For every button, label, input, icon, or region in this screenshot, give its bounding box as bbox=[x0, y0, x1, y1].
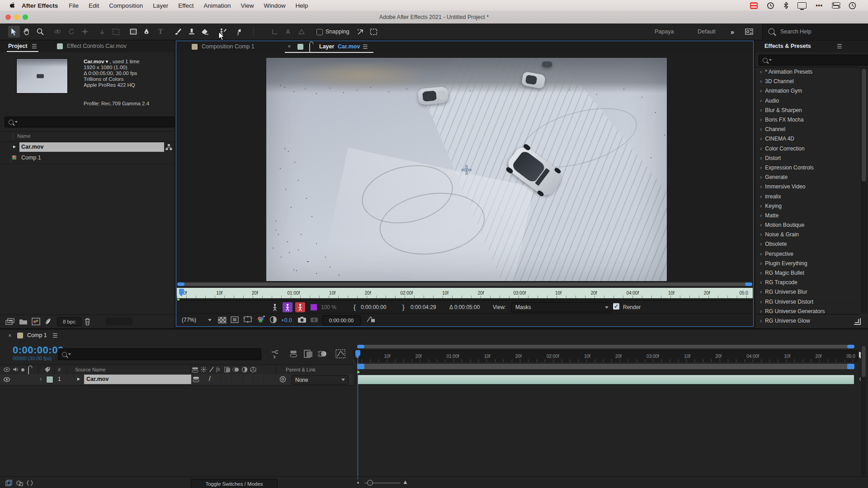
effects-category[interactable]: ›Obsolete bbox=[755, 239, 860, 249]
project-panel-menu-icon[interactable]: ☰ bbox=[32, 43, 37, 50]
parent-link-dropdown[interactable]: None bbox=[292, 375, 349, 385]
effects-category[interactable]: ›Immersive Video bbox=[755, 182, 860, 192]
panel-resize-grip-icon[interactable] bbox=[854, 318, 861, 325]
overlay-opacity-value[interactable]: 100 % bbox=[321, 304, 336, 310]
render-checkbox[interactable]: ✓ bbox=[613, 303, 619, 310]
zoom-in-mountain-icon[interactable]: ▲ bbox=[402, 479, 408, 485]
timeline-zoom-slider-handle[interactable] bbox=[367, 480, 373, 486]
channel-icon[interactable] bbox=[257, 316, 265, 324]
world-axis-mode[interactable]: A bbox=[282, 26, 294, 38]
close-timeline-tab-icon[interactable]: × bbox=[8, 332, 12, 339]
workspace-papaya[interactable]: Papaya bbox=[655, 28, 674, 35]
screen-record-status-icon[interactable] bbox=[750, 2, 758, 9]
viewer-panel-menu-icon[interactable]: ☰ bbox=[363, 43, 368, 50]
tab-layer-prefix[interactable]: Layer bbox=[319, 43, 334, 50]
name-column-header[interactable]: Name bbox=[17, 133, 30, 139]
effects-category[interactable]: ›Distort bbox=[755, 154, 860, 163]
trash-icon[interactable] bbox=[84, 318, 91, 325]
transparency-grid-icon[interactable] bbox=[218, 317, 226, 324]
current-time-display[interactable]: 0:00:00:00 bbox=[322, 315, 361, 325]
show-snapshot-icon[interactable] bbox=[310, 316, 318, 323]
safe-margins-icon[interactable] bbox=[231, 316, 239, 323]
zoom-window-button[interactable] bbox=[23, 14, 28, 20]
toggle-switches-modes-button[interactable]: Toggle Switches / Modes bbox=[191, 479, 278, 488]
effects-category[interactable]: ›RG Trapcode bbox=[755, 278, 860, 287]
solo-column-icon[interactable] bbox=[21, 368, 24, 371]
expand-layer-switches-icon[interactable] bbox=[5, 480, 13, 486]
menu-edit[interactable]: Edit bbox=[84, 2, 104, 9]
parent-pickwhip-icon[interactable] bbox=[279, 376, 286, 383]
out-point-timecode[interactable]: 0:00:04:29 bbox=[410, 304, 436, 310]
pan-behind-tool[interactable] bbox=[79, 26, 91, 38]
more-status-icon[interactable]: ••• bbox=[816, 2, 823, 9]
zoom-out-mountain-icon[interactable]: ▲ bbox=[356, 480, 360, 484]
tab-project[interactable]: Project bbox=[8, 43, 27, 49]
project-row-label[interactable]: Car.mov bbox=[19, 142, 164, 152]
effects-category[interactable]: ›Audio bbox=[755, 96, 860, 106]
effects-category[interactable]: ›RG Universe Distort bbox=[755, 297, 860, 307]
project-search-input[interactable] bbox=[5, 117, 175, 127]
workspace-default[interactable]: Default bbox=[698, 28, 716, 35]
region-of-interest-tool[interactable] bbox=[110, 26, 122, 38]
timeline-panel-menu-icon[interactable]: ☰ bbox=[52, 332, 58, 339]
selection-tool[interactable] bbox=[8, 26, 20, 38]
view-axis-mode[interactable] bbox=[296, 26, 307, 38]
close-window-button[interactable] bbox=[5, 14, 11, 20]
timeline-navigator[interactable] bbox=[357, 345, 854, 348]
effects-category[interactable]: ›Matte bbox=[755, 211, 860, 221]
snapshot-camera-icon[interactable] bbox=[297, 316, 307, 323]
tab-layer-name[interactable]: Car.mov bbox=[338, 43, 360, 50]
apple-menu-icon[interactable] bbox=[9, 2, 16, 9]
magnification-value[interactable]: (77%) bbox=[182, 317, 196, 323]
display-status-icon[interactable] bbox=[797, 2, 807, 9]
video-column-eye-icon[interactable] bbox=[4, 367, 10, 372]
work-area-bar[interactable] bbox=[357, 364, 854, 369]
effects-category[interactable]: ›Noise & Grain bbox=[755, 230, 860, 239]
menu-composition[interactable]: Composition bbox=[104, 2, 148, 9]
expand-in-out-panes-icon[interactable] bbox=[26, 480, 33, 486]
time-machine-status-icon[interactable] bbox=[767, 2, 774, 9]
motion-blur-icon[interactable] bbox=[317, 349, 327, 358]
effects-category[interactable]: ›RG Universe Blur bbox=[755, 287, 860, 297]
project-row-carmov[interactable]: Car.mov bbox=[0, 142, 174, 153]
view-dropdown[interactable]: Masks bbox=[511, 302, 613, 312]
work-area-start-handle[interactable] bbox=[357, 364, 364, 369]
exposure-icon[interactable] bbox=[269, 316, 277, 324]
snapping-checkbox[interactable] bbox=[316, 29, 323, 35]
orbit-camera-tool[interactable] bbox=[52, 26, 63, 38]
timeline-current-time[interactable]: 0:00:00:00 bbox=[13, 344, 64, 356]
search-help-field[interactable]: Search Help bbox=[762, 23, 868, 39]
pen-tool[interactable] bbox=[141, 26, 152, 38]
local-axis-mode[interactable] bbox=[269, 26, 281, 38]
timeline-vertical-scrollbar[interactable] bbox=[861, 345, 866, 476]
new-folder-icon[interactable] bbox=[19, 318, 28, 325]
layer-row-1[interactable]: › 1 Car.mov / None bbox=[0, 374, 354, 385]
layer-label-color-chip[interactable] bbox=[46, 376, 53, 383]
tab-comp1-timeline[interactable]: Comp 1 bbox=[27, 332, 47, 338]
roto-quickselect-tool[interactable] bbox=[270, 302, 280, 312]
viewer-time-navigator[interactable] bbox=[177, 282, 752, 286]
effects-category[interactable]: ›Motion Boutique bbox=[755, 221, 860, 230]
effects-category[interactable]: ›Keying bbox=[755, 202, 860, 211]
effects-category[interactable]: ›RG Universe Generators bbox=[755, 307, 860, 316]
menu-app-name[interactable]: After Effects bbox=[16, 2, 64, 9]
control-center-icon[interactable] bbox=[832, 2, 840, 9]
in-point-timecode[interactable]: 0:00:00:00 bbox=[361, 304, 387, 310]
effects-category[interactable]: ›Generate bbox=[755, 173, 860, 182]
menu-animation[interactable]: Animation bbox=[198, 2, 236, 9]
minimize-window-button[interactable] bbox=[14, 14, 19, 20]
shy-switch-icon[interactable] bbox=[192, 367, 198, 373]
footage-name[interactable]: Car.mov bbox=[84, 59, 104, 64]
effects-category[interactable]: ›Blur & Sharpen bbox=[755, 106, 860, 115]
effects-category[interactable]: ›RG Magic Bullet bbox=[755, 268, 860, 278]
shy-layers-icon[interactable] bbox=[288, 349, 298, 358]
menu-layer[interactable]: Layer bbox=[148, 2, 173, 9]
bluetooth-status-icon[interactable] bbox=[783, 2, 788, 9]
frame-blend-switch-icon[interactable] bbox=[224, 366, 231, 373]
mini-flowchart-icon[interactable] bbox=[270, 350, 279, 358]
effects-category[interactable]: ›RG Universe Glow bbox=[755, 316, 860, 326]
timeline-search-input[interactable] bbox=[58, 348, 261, 360]
clone-stamp-tool[interactable] bbox=[186, 26, 198, 38]
tab-composition-comp1[interactable]: Composition Comp 1 bbox=[202, 43, 255, 50]
menu-window[interactable]: Window bbox=[259, 2, 291, 9]
